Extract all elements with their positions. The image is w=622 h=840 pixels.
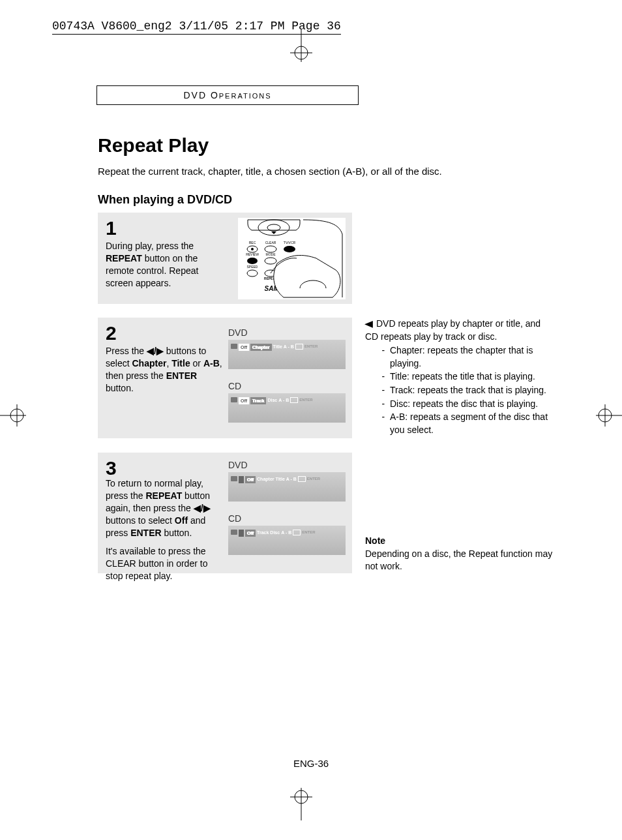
step-3: 3 To return to normal play, press the RE… xyxy=(98,453,352,573)
registration-mark-bottom xyxy=(290,788,312,820)
text: , xyxy=(166,358,171,368)
label-mode: MODE xyxy=(266,252,276,256)
osd-track: Track xyxy=(257,530,269,535)
osd-cd: Off Track Disc A - B ENTER xyxy=(228,393,346,423)
section-header-text: DVD OPERATIONS xyxy=(183,90,271,100)
osd-off: Off xyxy=(239,344,249,351)
remote-illustration: REC CLEAR TV/VCR REVIEW MODE SPEED REPEA… xyxy=(238,218,346,299)
osd-ab: A - B xyxy=(284,344,294,350)
osd-label-dvd: DVD xyxy=(228,459,248,472)
osd-sel-marker xyxy=(239,530,244,537)
enter-icon xyxy=(293,530,301,535)
side-item: Disc: repeats the disc that is playing. xyxy=(390,398,554,411)
text-bold: REPEAT xyxy=(145,490,182,501)
svg-point-18 xyxy=(251,248,254,250)
step-number: 2 xyxy=(106,320,117,347)
text: Press the xyxy=(106,346,147,356)
label-speed: SPEED xyxy=(247,265,258,269)
text-bold: Title xyxy=(171,358,190,368)
text-bold: ENTER xyxy=(166,370,197,381)
osd-dvd-3: Off Chapter Title A - B ENTER xyxy=(228,472,346,502)
side-note: ◀DVD repeats play by chapter or title, a… xyxy=(365,318,554,437)
text: button. xyxy=(106,383,134,393)
osd-label-dvd: DVD xyxy=(228,327,248,339)
note-block: Note Depending on a disc, the Repeat fun… xyxy=(365,535,554,573)
left-right-icon: ◀/▶ xyxy=(194,503,211,513)
subheading: When playing a DVD/CD xyxy=(98,193,232,207)
osd-ab: A - B xyxy=(281,530,291,535)
text-bold: REPEAT xyxy=(106,253,142,263)
side-item: A-B: repeats a segment of the disc that … xyxy=(390,411,554,436)
enter-icon xyxy=(290,397,298,403)
osd-ab: A - B xyxy=(286,476,297,482)
page-number: ENG-36 xyxy=(0,758,622,769)
registration-mark-right xyxy=(596,404,622,427)
step-2-text: Press the ◀/▶ buttons to select Chapter,… xyxy=(106,345,223,395)
osd-disc: Disc xyxy=(267,397,277,403)
osd-dvd: Off Chapter Title A - B ENTER xyxy=(228,340,346,369)
label-clear: CLEAR xyxy=(265,241,276,245)
text: button. xyxy=(162,528,192,538)
repeat-icon xyxy=(231,530,237,535)
osd-off: Off xyxy=(245,530,256,537)
osd-enter: ENTER xyxy=(304,344,318,349)
osd-title: Title xyxy=(273,344,282,350)
osd-label-cd: CD xyxy=(228,513,241,525)
left-right-icon: ◀/▶ xyxy=(147,346,164,356)
osd-ab: A - B xyxy=(278,397,289,403)
osd-track: Track xyxy=(250,397,266,404)
step-3-extra: It's available to press the CLEAR button… xyxy=(106,546,207,581)
label-review: REVIEW xyxy=(246,252,259,256)
svg-point-20 xyxy=(284,246,295,252)
step-1-text: During play, press the REPEAT button on … xyxy=(106,240,223,290)
registration-mark-top xyxy=(290,29,312,62)
enter-icon xyxy=(298,476,306,482)
repeat-icon xyxy=(231,344,237,349)
left-arrow-icon: ◀ xyxy=(364,318,373,331)
osd-off: Off xyxy=(239,397,249,404)
osd-cd-3: Off Track Disc A - B ENTER xyxy=(228,526,346,555)
section-header: DVD OPERATIONS DVD OPERATIONS xyxy=(96,85,359,105)
step-1: 1 During play, press the REPEAT button o… xyxy=(98,213,352,304)
step-number: 1 xyxy=(106,215,117,242)
enter-icon xyxy=(295,344,303,350)
text: During play, press the xyxy=(106,241,194,251)
osd-disc: Disc xyxy=(270,530,280,535)
osd-chapter: Chapter xyxy=(257,476,274,482)
page-title: Repeat Play xyxy=(98,134,209,157)
text-bold: ENTER xyxy=(130,528,161,538)
text: or xyxy=(190,358,203,368)
side-item: Chapter: repeats the chapter that is pla… xyxy=(390,344,554,370)
osd-enter: ENTER xyxy=(299,397,312,402)
label-tvvcr: TV/VCR xyxy=(284,241,296,245)
osd-sel-marker xyxy=(239,476,244,483)
step-3-text: To return to normal play, press the REPE… xyxy=(106,477,223,582)
step-2: 2 Press the ◀/▶ buttons to select Chapte… xyxy=(98,318,352,438)
osd-label-cd: CD xyxy=(228,380,241,393)
side-item: Title: repeats the title that is playing… xyxy=(390,370,554,383)
text-bold: Off xyxy=(175,515,188,526)
text-bold: A-B xyxy=(203,358,220,368)
repeat-icon xyxy=(231,397,237,402)
side-item: Track: repeats the track that is playing… xyxy=(390,384,554,397)
side-list: Chapter: repeats the chapter that is pla… xyxy=(379,344,554,436)
note-heading: Note xyxy=(365,535,554,548)
osd-chapter: Chapter xyxy=(250,344,271,351)
osd-enter: ENTER xyxy=(307,476,320,481)
note-body: Depending on a disc, the Repeat function… xyxy=(365,548,554,573)
osd-title: Title xyxy=(276,476,285,482)
label-rec: REC xyxy=(249,241,256,245)
text-bold: Chapter xyxy=(132,358,166,368)
side-intro: DVD repeats play by chapter or title, an… xyxy=(365,318,541,342)
osd-off: Off xyxy=(245,476,256,483)
repeat-icon xyxy=(231,476,237,481)
page-subtitle: Repeat the current track, chapter, title… xyxy=(98,166,442,177)
text: buttons to select xyxy=(106,515,175,526)
svg-point-21 xyxy=(247,258,258,264)
registration-mark-left xyxy=(0,404,26,427)
osd-enter: ENTER xyxy=(302,530,315,535)
